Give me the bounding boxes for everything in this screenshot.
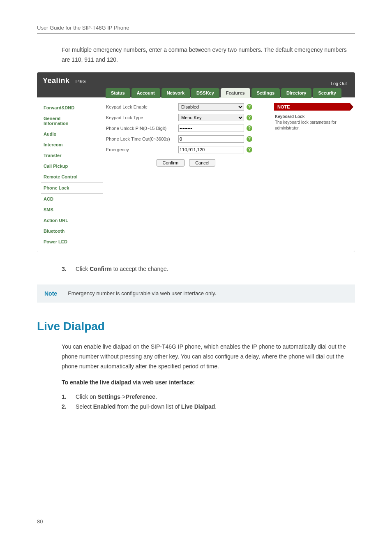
sidebar-item-callpickup[interactable]: Call Pickup: [41, 161, 103, 171]
help-icon[interactable]: ?: [247, 104, 252, 110]
sidebar-item-transfer[interactable]: Transfer: [41, 150, 103, 161]
step-number: 3.: [62, 264, 68, 274]
sidebar-item-sms[interactable]: SMS: [41, 204, 103, 215]
help-icon[interactable]: ?: [247, 115, 252, 120]
sidebar-item-audio[interactable]: Audio: [41, 129, 103, 139]
section-heading: Live Dialpad: [37, 320, 355, 333]
tab-status[interactable]: Status: [106, 88, 130, 98]
note-header: NOTE: [274, 103, 350, 111]
note-body: Keyboard Lock The keyboard lock paramete…: [274, 111, 350, 134]
brand-logo: Yealink T46G: [43, 76, 86, 88]
help-icon[interactable]: ?: [247, 125, 252, 131]
sidebar-item-acd[interactable]: ACD: [41, 194, 103, 204]
sidebar-item-forward[interactable]: Forward&DND: [41, 102, 103, 113]
step-number: 2.: [62, 402, 68, 412]
select-keypad-enable[interactable]: Disabled: [178, 103, 244, 111]
brand-model: T46G: [73, 79, 86, 84]
tab-network[interactable]: Network: [161, 88, 190, 98]
input-lock-timeout[interactable]: [178, 135, 244, 143]
brand-name: Yealink: [43, 76, 70, 85]
tab-account[interactable]: Account: [131, 88, 160, 98]
note-panel: NOTE Keyboard Lock The keyboard lock par…: [269, 97, 355, 252]
sidebar-item-label: General: [44, 116, 100, 121]
tab-security[interactable]: Security: [313, 88, 341, 98]
sidebar-item-remote[interactable]: Remote Control: [41, 171, 103, 182]
label-unlock-pin: Phone Unlock PIN(0~15 Digit): [106, 126, 176, 131]
input-emergency[interactable]: [178, 146, 244, 153]
note-content: Emergency number is configurable via web…: [68, 290, 216, 296]
input-unlock-pin[interactable]: [178, 125, 244, 132]
sidebar-item-actionurl[interactable]: Action URL: [41, 215, 103, 226]
sidebar: Forward&DND General Information Audio In…: [37, 97, 103, 252]
doc-note-box: Note Emergency number is configurable vi…: [37, 284, 355, 303]
help-icon[interactable]: ?: [247, 136, 252, 142]
tab-dsskey[interactable]: DSSKey: [191, 88, 219, 98]
yealink-ui-screenshot: Yealink T46G Log Out Status Account Netw…: [37, 72, 355, 252]
sub-heading: To enable the live dialpad via web user …: [62, 379, 355, 386]
step-text: Click Confirm to accept the change.: [76, 264, 168, 274]
step-number: 1.: [62, 392, 68, 402]
sidebar-item-phonelock[interactable]: Phone Lock: [41, 182, 103, 194]
page-number: 80: [37, 518, 355, 525]
sidebar-item-label: Information: [44, 121, 100, 126]
cancel-button[interactable]: Cancel: [189, 159, 215, 166]
note-text: The keyboard lock parameters for adminis…: [275, 120, 337, 130]
label-lock-timeout: Phone Lock Time Out(0~3600s): [106, 136, 176, 141]
note-label: Note: [44, 290, 57, 297]
select-keypad-type[interactable]: Menu Key: [178, 114, 244, 121]
confirm-button[interactable]: Confirm: [157, 159, 185, 166]
step-text: Click on Settings->Preference.: [76, 392, 157, 402]
intro-paragraph: For multiple emergency numbers, enter a …: [62, 45, 355, 65]
tab-directory[interactable]: Directory: [281, 88, 311, 98]
note-title: Keyboard Lock: [275, 114, 349, 120]
tab-settings[interactable]: Settings: [251, 88, 280, 98]
sidebar-item-powerled[interactable]: Power LED: [41, 236, 103, 247]
tab-bar: Status Account Network DSSKey Features S…: [37, 88, 355, 97]
label-keypad-enable: Keypad Lock Enable: [106, 104, 176, 109]
label-emergency: Emergency: [106, 147, 176, 152]
page-header: User Guide for the SIP-T46G IP Phone: [37, 25, 355, 34]
label-keypad-type: Keypad Lock Type: [106, 115, 176, 120]
section-paragraph: You can enable live dialpad on the SIP-T…: [62, 342, 355, 371]
tab-features[interactable]: Features: [221, 88, 250, 98]
step-text: Select Enabled from the pull-down list o…: [76, 402, 217, 412]
sidebar-item-intercom[interactable]: Intercom: [41, 139, 103, 150]
form-panel: Keypad Lock Enable Disabled ? Keypad Loc…: [103, 97, 269, 252]
logout-link[interactable]: Log Out: [328, 79, 349, 88]
sidebar-item-bluetooth[interactable]: Bluetooth: [41, 226, 103, 236]
sidebar-item-general-info[interactable]: General Information: [41, 113, 103, 129]
help-icon[interactable]: ?: [247, 147, 252, 153]
